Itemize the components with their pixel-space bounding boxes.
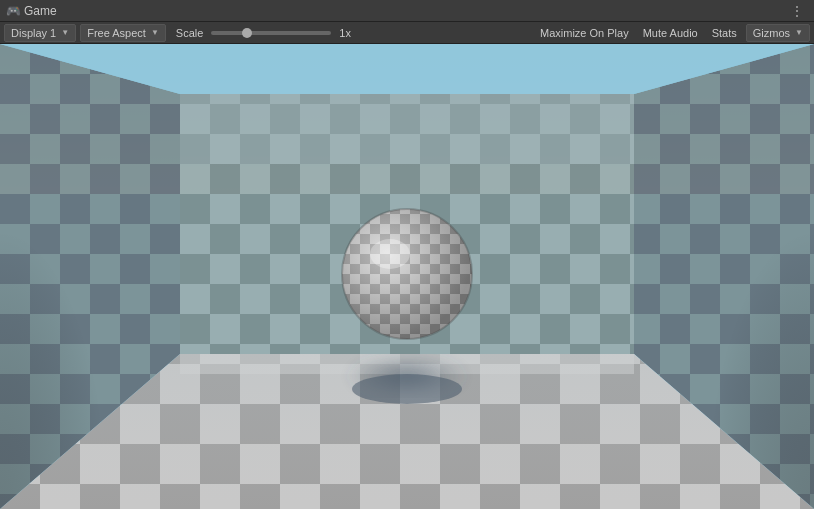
stats-button[interactable]: Stats <box>707 24 742 42</box>
game-viewport <box>0 44 814 509</box>
scale-value: 1x <box>339 27 351 39</box>
maximize-on-play-button[interactable]: Maximize On Play <box>535 24 634 42</box>
gizmos-selector[interactable]: Gizmos ▼ <box>746 24 810 42</box>
mute-audio-button[interactable]: Mute Audio <box>638 24 703 42</box>
title-bar: 🎮 Game ⋮ <box>0 0 814 22</box>
scale-label: Scale <box>176 27 204 39</box>
aspect-selector[interactable]: Free Aspect ▼ <box>80 24 166 42</box>
svg-point-38 <box>352 374 462 404</box>
scale-slider-thumb <box>242 28 252 38</box>
title-bar-label: Game <box>24 4 786 18</box>
title-bar-menu-icon[interactable]: ⋮ <box>786 3 808 19</box>
display-chevron-icon: ▼ <box>61 28 69 37</box>
gizmos-chevron-icon: ▼ <box>795 28 803 37</box>
svg-marker-23 <box>180 94 634 164</box>
scale-slider[interactable] <box>211 31 331 35</box>
game-icon: 🎮 <box>6 4 20 18</box>
aspect-chevron-icon: ▼ <box>151 28 159 37</box>
display-selector[interactable]: Display 1 ▼ <box>4 24 76 42</box>
toolbar-right: Maximize On Play Mute Audio Stats Gizmos… <box>535 24 810 42</box>
scene-svg <box>0 44 814 509</box>
game-toolbar: Display 1 ▼ Free Aspect ▼ Scale 1x Maxim… <box>0 22 814 44</box>
svg-point-36 <box>370 239 410 269</box>
